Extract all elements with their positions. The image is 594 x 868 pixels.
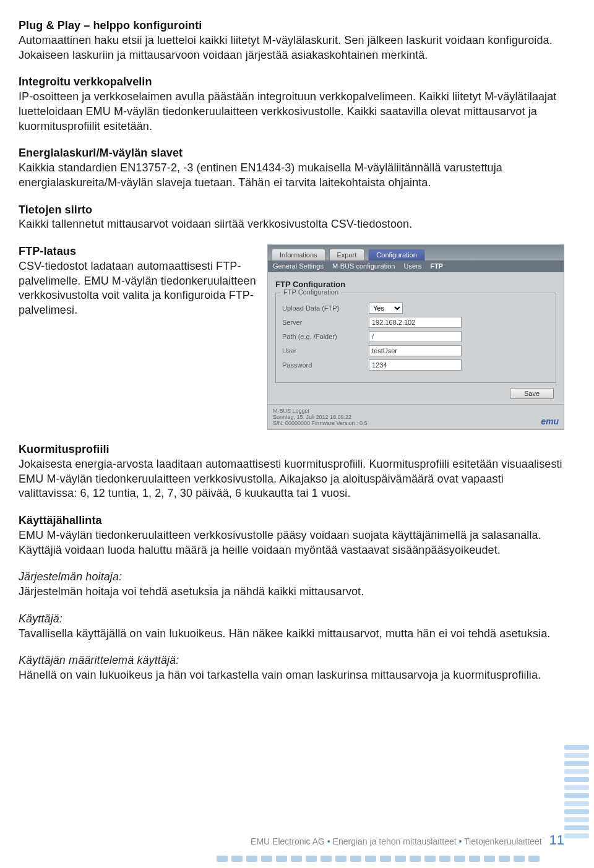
tab-configuration[interactable]: Configuration bbox=[368, 249, 424, 260]
text-webserver: IP-osoitteen ja verkkoselaimen avulla pä… bbox=[19, 90, 556, 132]
label-path: Path (e.g. /Folder) bbox=[282, 333, 369, 340]
page-footer: EMU Electronic AG • Energian ja tehon mi… bbox=[251, 832, 564, 848]
page-number: 11 bbox=[549, 832, 564, 848]
section-transfer: Tietojen siirto Kaikki tallennetut mitta… bbox=[19, 203, 564, 233]
footer-line1: M-BUS Logger bbox=[273, 408, 368, 414]
text-usermgmt-p2: Käyttäjiä voidaan luoda haluttu määrä ja… bbox=[19, 544, 501, 556]
role-user-desc: Tavallisella käyttäjällä on vain lukuoik… bbox=[19, 627, 550, 640]
tab-informations[interactable]: Informations bbox=[272, 249, 325, 260]
subtab-general[interactable]: General Settings bbox=[273, 262, 324, 270]
text-loadprofile: Jokaisesta energia-arvosta laaditaan aut… bbox=[19, 458, 562, 500]
subtab-mbus[interactable]: M-BUS configuration bbox=[332, 262, 395, 270]
input-server[interactable] bbox=[369, 317, 462, 328]
heading-energymeter: Energialaskuri/M-väylän slavet bbox=[19, 147, 183, 159]
footer-sep1: • bbox=[327, 836, 333, 846]
label-password: Password bbox=[282, 361, 369, 369]
role-user-title: Käyttäjä: bbox=[19, 612, 62, 625]
section-loadprofile: Kuormitusprofiili Jokaisesta energia-arv… bbox=[19, 442, 564, 501]
role-custom: Käyttäjän määrittelemä käyttäjä: Hänellä… bbox=[19, 653, 564, 683]
footer-line3: S/N: 00000000 Firmware Version : 0.5 bbox=[273, 420, 368, 426]
select-upload[interactable]: Yes bbox=[369, 303, 403, 314]
decoration-bottom bbox=[217, 856, 582, 863]
section-plug-play: Plug & Play – helppo konfigurointi Autom… bbox=[19, 19, 564, 62]
role-admin-title: Järjestelmän hoitaja: bbox=[19, 570, 122, 583]
subtab-users[interactable]: Users bbox=[403, 262, 421, 270]
role-user: Käyttäjä: Tavallisella käyttäjällä on va… bbox=[19, 612, 564, 642]
label-server: Server bbox=[282, 319, 369, 326]
section-ftp: FTP-lataus CSV-tiedostot ladataan automa… bbox=[19, 244, 256, 318]
text-ftp: CSV-tiedostot ladataan automaattisesti F… bbox=[19, 260, 256, 316]
role-custom-desc: Hänellä on vain lukuoikeus ja hän voi ta… bbox=[19, 669, 541, 681]
emu-logo: emu bbox=[541, 416, 559, 426]
footer-t2: Tietojenkeruulaitteet bbox=[464, 836, 542, 846]
footer-line2: Sonntag, 15. Juli 2012 16:09:22 bbox=[273, 414, 368, 420]
footer-sep2: • bbox=[459, 836, 465, 846]
text-usermgmt-p1: EMU M-väylän tiedonkeruulaitteen verkkos… bbox=[19, 529, 541, 541]
text-transfer: Kaikki tallennetut mittausarvot voidaan … bbox=[19, 218, 412, 230]
heading-transfer: Tietojen siirto bbox=[19, 204, 92, 216]
heading-usermgmt: Käyttäjähallinta bbox=[19, 514, 102, 526]
role-admin: Järjestelmän hoitaja: Järjestelmän hoita… bbox=[19, 570, 564, 599]
ftp-config-screenshot: Informations Export Configuration Genera… bbox=[267, 244, 564, 430]
text-plug-play: Automaattinen haku etsii ja luetteloi ka… bbox=[19, 34, 553, 61]
label-user: User bbox=[282, 347, 369, 355]
input-user[interactable] bbox=[369, 345, 462, 356]
footer-t1: Energian ja tehon mittauslaitteet bbox=[333, 836, 457, 846]
footer-company: EMU Electronic AG bbox=[251, 836, 325, 846]
label-upload: Upload Data (FTP) bbox=[282, 304, 369, 312]
ftp-fieldset-legend: FTP Configuration bbox=[281, 288, 341, 296]
input-password[interactable] bbox=[369, 359, 462, 371]
section-webserver: Integroitu verkkopalvelin IP-osoitteen j… bbox=[19, 75, 564, 134]
section-usermgmt: Käyttäjähallinta EMU M-väylän tiedonkeru… bbox=[19, 513, 564, 557]
heading-ftp: FTP-lataus bbox=[19, 245, 76, 257]
heading-webserver: Integroitu verkkopalvelin bbox=[19, 75, 152, 88]
tab-export[interactable]: Export bbox=[329, 249, 365, 260]
section-energymeter: Energialaskuri/M-väylän slavet Kaikkia s… bbox=[19, 146, 564, 190]
role-admin-desc: Järjestelmän hoitaja voi tehdä asetuksia… bbox=[19, 585, 364, 598]
heading-plug-play: Plug & Play – helppo konfigurointi bbox=[19, 19, 202, 32]
subtab-ftp[interactable]: FTP bbox=[430, 262, 443, 270]
save-button[interactable]: Save bbox=[510, 388, 554, 399]
input-path[interactable] bbox=[369, 331, 462, 342]
decoration-right bbox=[579, 745, 590, 838]
ftp-config-heading: FTP Configuration bbox=[275, 280, 556, 289]
text-energymeter: Kaikkia standardien EN13757-2, -3 (entin… bbox=[19, 161, 502, 189]
role-custom-title: Käyttäjän määrittelemä käyttäjä: bbox=[19, 654, 179, 666]
heading-loadprofile: Kuormitusprofiili bbox=[19, 443, 110, 455]
